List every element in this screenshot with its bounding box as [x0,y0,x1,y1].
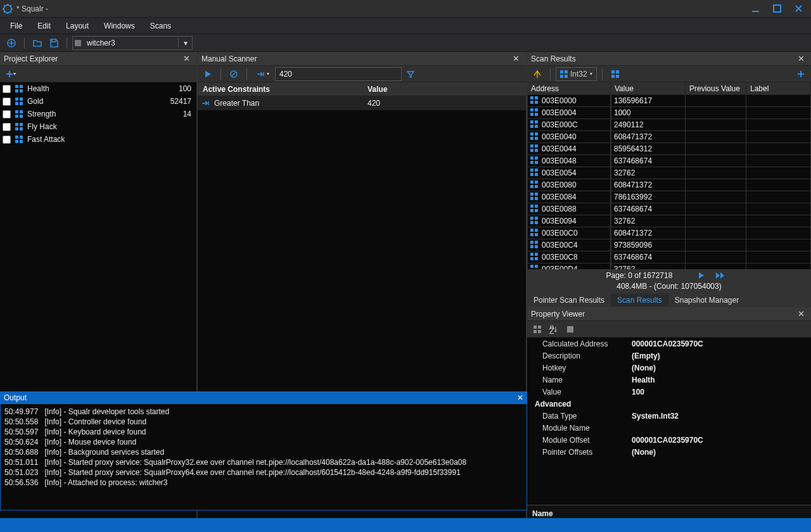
property-row[interactable]: Module Name [527,422,811,434]
scan-results-body: 003E0000 136596617 003E0004 1000 003E000… [527,95,811,269]
open-button[interactable] [30,36,45,50]
svg-point-0 [4,5,11,13]
svg-rect-14 [20,110,23,113]
process-dropdown-icon[interactable]: ▾ [178,39,192,48]
project-item[interactable]: Gold 52417 [0,95,196,108]
svg-rect-24 [20,140,23,143]
menu-edit[interactable]: Edit [31,19,57,33]
svg-rect-11 [15,102,18,105]
col-label[interactable]: Label [746,82,811,94]
properties-button[interactable] [563,322,578,336]
property-row[interactable]: Description(Empty) [527,350,811,362]
col-address[interactable]: Address [527,82,611,94]
svg-rect-19 [15,127,18,130]
result-row[interactable]: 003E0000 136596617 [527,95,811,107]
property-value: (None) [632,364,811,372]
play-button[interactable] [200,67,215,81]
result-row[interactable]: 003E0088 637468674 [527,203,811,215]
property-row[interactable]: Calculated Address000001CA0235970C [527,338,811,350]
svg-rect-13 [15,110,18,113]
row-value: 32762 [611,167,686,179]
item-checkbox[interactable] [3,136,11,144]
result-row[interactable]: 003E00D4 32762 [527,263,811,269]
project-item[interactable]: Fast Attack [0,133,196,146]
result-row[interactable]: 003E0084 786163992 [527,191,811,203]
sort-button[interactable]: AZ [546,322,561,336]
panel-close-icon[interactable]: ✕ [181,54,193,63]
project-item[interactable]: Fly Hack [0,120,196,133]
col-active-constraints: Active Constraints [198,85,362,94]
panel-close-icon[interactable]: ✕ [795,54,807,63]
panel-close-icon[interactable]: ✕ [510,54,522,63]
property-value: 100 [632,388,811,396]
item-checkbox[interactable] [3,98,11,106]
row-prev [686,167,746,179]
maximize-button[interactable] [772,4,782,14]
property-row[interactable]: Pointer Offsets(None) [527,446,811,458]
property-row[interactable]: NameHealth [527,374,811,386]
row-label [746,119,811,131]
panel-close-icon[interactable]: ✕ [517,393,523,402]
property-row[interactable]: Data TypeSystem.Int32 [527,410,811,422]
property-row[interactable]: Module Offset000001CA0235970C [527,434,811,446]
menu-scans[interactable]: Scans [144,19,177,33]
collect-button[interactable] [530,67,545,81]
result-row[interactable]: 003E0094 32762 [527,215,811,227]
result-row[interactable]: 003E0048 637468674 [527,155,811,167]
svg-rect-70 [530,205,533,208]
tab-snapshot-manager[interactable]: Snapshot Manager [668,294,745,307]
categorize-button[interactable] [530,322,545,336]
log-msg: [Info] - Background services started [44,447,164,457]
filter-button[interactable] [403,67,418,81]
last-page-button[interactable] [715,272,725,279]
stop-button[interactable] [226,67,241,81]
new-project-button[interactable] [4,36,19,50]
result-row[interactable]: 003E0004 1000 [527,107,811,119]
add-button[interactable] [793,67,808,81]
result-row[interactable]: 003E0040 608471372 [527,131,811,143]
item-checkbox[interactable] [3,85,11,93]
property-viewer-body: Calculated Address000001CA0235970CDescri… [527,338,811,532]
result-row[interactable]: 003E0044 859564312 [527,143,811,155]
result-row[interactable]: 003E0080 608471372 [527,179,811,191]
panel-close-icon[interactable]: ✕ [795,309,807,319]
tab-scan-results[interactable]: Scan Results [611,294,668,307]
project-item[interactable]: Strength 14 [0,108,196,120]
next-page-button[interactable] [698,272,705,279]
constraint-row[interactable]: Greater Than 420 [198,96,526,110]
property-row[interactable]: Hotkey(None) [527,362,811,374]
item-checkbox[interactable] [3,123,11,131]
menu-windows[interactable]: Windows [98,19,141,33]
project-item[interactable]: Health 100 [0,82,196,95]
row-icon [530,217,539,225]
result-row[interactable]: 003E00C8 637468674 [527,251,811,263]
menu-layout[interactable]: Layout [60,19,95,33]
save-button[interactable] [46,36,61,50]
svg-rect-49 [535,137,538,140]
result-row[interactable]: 003E00C0 608471372 [527,227,811,239]
close-button[interactable] [793,4,803,14]
svg-rect-35 [535,96,538,99]
minimize-button[interactable] [750,4,760,14]
row-address: 003E0088 [542,205,577,213]
result-row[interactable]: 003E00C4 973859096 [527,239,811,251]
data-type-selector[interactable]: Int32 ▾ [556,67,597,81]
property-row[interactable]: Value100 [527,386,811,398]
tab-pointer-results[interactable]: Pointer Scan Results [527,294,611,307]
grid-view-button[interactable] [608,67,623,81]
process-selector[interactable]: witcher3 ▾ [72,36,193,50]
output-body[interactable]: 50:49.977[Info] - Squalr developer tools… [0,404,527,510]
log-line: 50:51.011[Info] - Started proxy service:… [4,457,523,467]
col-previous[interactable]: Previous Value [686,82,746,94]
log-line: 50:50.688[Info] - Background services st… [4,447,523,457]
scan-value-input[interactable] [275,67,402,81]
property-group-advanced[interactable]: Advanced [527,398,811,410]
col-value[interactable]: Value [611,82,686,94]
menu-file[interactable]: File [4,19,29,33]
add-item-button[interactable]: ▾ [3,67,18,81]
item-checkbox[interactable] [3,110,11,118]
constraint-type-button[interactable]: ▾ [252,67,274,81]
result-row[interactable]: 003E000C 2490112 [527,119,811,131]
result-row[interactable]: 003E0054 32762 [527,167,811,179]
scan-results-footer: Page: 0 of 1672718 408.4MB - (Count: 107… [527,269,811,293]
